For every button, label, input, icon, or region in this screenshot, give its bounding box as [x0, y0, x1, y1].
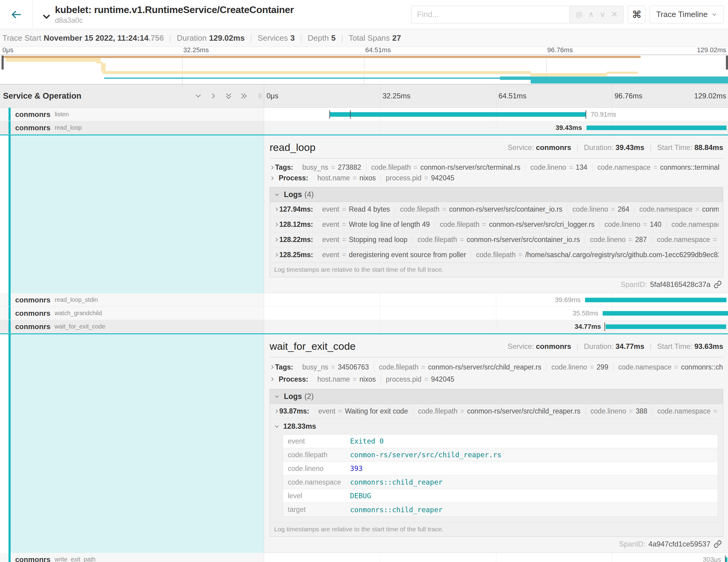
minimap-span-bar	[101, 63, 105, 71]
logs-header[interactable]: Logs (2)	[270, 389, 723, 404]
span-row-read-loop[interactable]: conmonrs read_loop 39.43ms	[0, 121, 728, 135]
locate-icon[interactable]: ◎	[576, 10, 583, 19]
child-span-tick	[586, 110, 586, 119]
log-entry[interactable]: 128.12ms: eventWrote log line of length …	[274, 217, 719, 232]
span-detail-wait-for-exit-code: wait_for_exit_code Service: conmonrsDura…	[0, 334, 728, 553]
span-detail-title: wait_for_exit_code	[270, 340, 356, 352]
axis-tick: 0μs	[2, 46, 13, 54]
span-detail-panel: wait_for_exit_code Service: conmonrsDura…	[264, 334, 728, 553]
span-bar[interactable]	[585, 298, 726, 302]
service-color-stripe	[9, 553, 11, 562]
span-row-read-loop-stdin[interactable]: conmonrs read_loop_stdin 39.69ms	[0, 293, 728, 307]
span-bar[interactable]	[603, 311, 728, 315]
minimap-left-handle[interactable]	[2, 56, 4, 70]
table-row: targetconmonrs::child_reaper	[283, 503, 718, 516]
span-duration-label: 303μs	[703, 556, 721, 562]
chevron-right-icon	[274, 252, 279, 257]
axis-tick: 129.02ms	[694, 92, 726, 100]
tags-row[interactable]: Tags: busy_ns34506763 code.filepathconmo…	[270, 361, 723, 373]
collapse-one-icon[interactable]	[194, 92, 202, 100]
collapse-all-icon[interactable]	[224, 92, 233, 100]
service-name: conmonrs	[15, 296, 50, 304]
logs-header[interactable]: Logs (4)	[270, 187, 723, 202]
log-entry[interactable]: 128.25ms: eventderegistering event sourc…	[274, 247, 719, 263]
axis-tick: 0μs	[267, 92, 278, 100]
span-row-timeline: 70.91ms	[264, 108, 728, 121]
child-span-tick	[604, 322, 605, 331]
span-row-name: conmonrs wait_for_exit_code	[0, 320, 264, 333]
span-bar[interactable]	[726, 557, 727, 562]
timeline-header: Service & Operation 0μs 32.25ms 64.51ms …	[0, 84, 728, 108]
logs-note: Log timestamps are relative to the start…	[270, 263, 723, 277]
stat-total-spans: Total Spans27	[335, 33, 401, 43]
span-id-row: SpanID: 5faf48165428c37a	[270, 277, 723, 291]
minimap-span-bar	[103, 71, 531, 74]
span-detail-panel: read_loop Service: conmonrsDuration: 39.…	[264, 135, 728, 293]
span-row-write-exit-path[interactable]: conmonrs write_exit_path 303μs	[0, 553, 728, 562]
expanded-log-header[interactable]: 128.33ms	[274, 422, 719, 431]
minimap-span-bar	[6, 58, 100, 62]
tags-row[interactable]: Tags: busy_ns273882 code.filepathconmon-…	[270, 162, 723, 173]
span-row-name: conmonrs read_loop	[0, 121, 264, 135]
chevron-up-icon[interactable]: ∧	[588, 10, 594, 19]
chevron-down-icon[interactable]: ∨	[600, 10, 605, 19]
log-entry[interactable]: 128.22ms: eventStopping read loop code.f…	[274, 232, 719, 247]
timeline-axis: 0μs 32.25ms 64.51ms 96.76ms 129.02ms	[264, 84, 728, 107]
axis-tick: 32.25ms	[383, 92, 410, 100]
column-resize-handle[interactable]	[259, 94, 261, 98]
child-span-tick	[329, 110, 330, 119]
operation-name: read_loop	[55, 124, 82, 131]
chevron-down-icon	[41, 11, 52, 22]
expand-one-icon[interactable]	[209, 92, 218, 100]
trace-stats-bar: Trace StartNovember 15 2022, 11:24:14.75…	[0, 29, 728, 47]
span-row-wait-for-exit-code[interactable]: conmonrs wait_for_exit_code 34.77ms	[0, 320, 728, 334]
link-icon[interactable]	[713, 280, 722, 289]
service-color-stripe	[9, 293, 11, 306]
link-icon[interactable]	[713, 540, 722, 548]
span-duration-label: 35.58ms	[573, 309, 598, 317]
chevron-down-icon	[274, 424, 279, 429]
find-input[interactable]	[411, 6, 570, 23]
chevron-down-icon	[274, 394, 280, 399]
minimap-axis: 0μs 32.25ms 64.51ms 96.76ms 129.02ms	[0, 47, 728, 55]
chevron-down-icon	[274, 192, 280, 197]
service-name: conmonrs	[15, 555, 50, 562]
operation-name: listen	[55, 111, 69, 118]
minimap-span-bar	[530, 73, 607, 76]
span-row-listen[interactable]: conmonrs listen 70.91ms	[0, 108, 728, 121]
trace-title: kubelet: runtime.v1.RuntimeService/Creat…	[55, 4, 294, 15]
minimap-right-handle[interactable]	[726, 56, 728, 70]
axis-tick: 64.51ms	[365, 46, 391, 54]
trace-title-collapse-toggle[interactable]	[41, 11, 52, 22]
log-entry[interactable]: 127.94ms: eventRead 4 bytes code.filepat…	[274, 202, 719, 217]
expanded-row-highlight	[11, 135, 264, 293]
span-detail-gutter	[0, 334, 264, 553]
span-bar[interactable]	[329, 112, 587, 117]
service-operation-header: Service & Operation	[0, 84, 264, 107]
trace-minimap[interactable]	[0, 55, 728, 84]
back-button[interactable]	[0, 0, 32, 29]
span-detail-title: read_loop	[270, 141, 315, 153]
span-detail-meta: Service: conmonrsDuration: 34.77msStart …	[508, 342, 723, 351]
span-row-name: conmonrs watch_grandchild	[0, 307, 264, 320]
expand-all-icon[interactable]	[240, 92, 248, 100]
span-row-watch-grandchild[interactable]: conmonrs watch_grandchild 35.58ms	[0, 307, 728, 320]
service-name: conmonrs	[15, 110, 50, 119]
process-row[interactable]: Process: host.namenixos process.pid94204…	[270, 373, 723, 385]
span-bar[interactable]	[587, 125, 726, 130]
child-span-tick	[725, 555, 726, 562]
minimap-span-bar	[2, 56, 641, 58]
log-entry[interactable]: 93.87ms: eventWaiting for exit code code…	[274, 404, 719, 419]
service-color-stripe	[9, 334, 11, 553]
chevron-right-icon	[270, 165, 275, 170]
chevron-right-icon	[270, 376, 275, 382]
clear-icon[interactable]: ✕	[611, 10, 618, 19]
process-row[interactable]: Process: host.namenixos process.pid94204…	[270, 173, 723, 183]
span-bar[interactable]	[606, 324, 726, 329]
service-color-stripe	[9, 320, 11, 333]
operation-name: write_exit_path	[55, 556, 96, 562]
view-selector-button[interactable]: Trace Timeline	[650, 6, 724, 23]
chevron-right-icon	[270, 364, 275, 370]
table-row: levelDEBUG	[283, 489, 718, 503]
keyboard-shortcuts-button[interactable]: ⌘	[628, 6, 645, 23]
